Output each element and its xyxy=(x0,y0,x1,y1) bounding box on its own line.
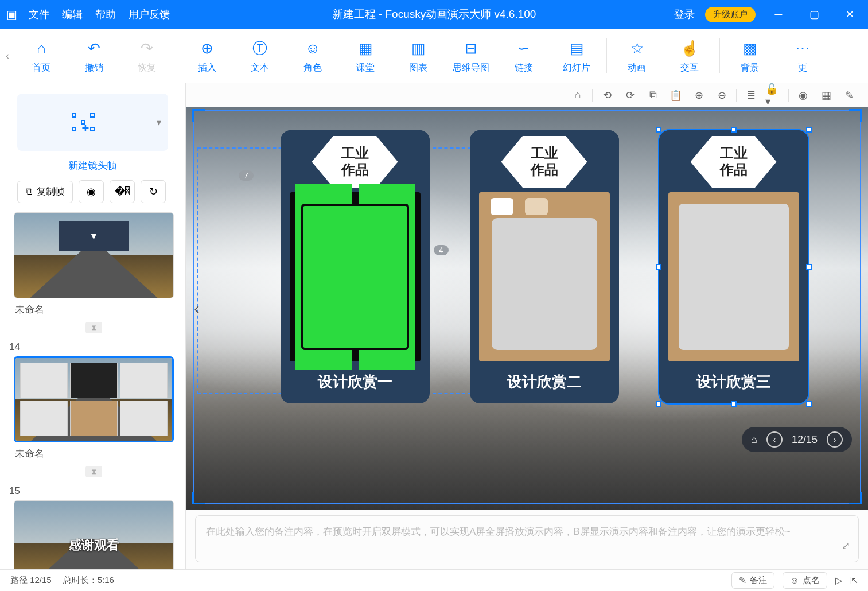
slide-list[interactable]: ▼ 未命名 ⧗ 14 未命名 ⧗ 15 感谢观看 xyxy=(0,212,185,569)
canvas-area: ⌂ ⟲ ⟳ ⧉ 📋 ⊕ ⊖ ≣ 🔓▾ ◉ ▦ ✎ 7 4 工业 作品 xyxy=(186,83,868,569)
note-icon: ✎ xyxy=(739,575,746,586)
text-icon: Ⓣ xyxy=(252,38,267,60)
toolbar-chart[interactable]: ▥图表 xyxy=(392,38,445,74)
toolbar-more[interactable]: ⋯更 xyxy=(776,38,829,74)
link-icon: ∽ xyxy=(517,38,530,60)
expand-icon[interactable]: ⤢ xyxy=(842,537,850,555)
login-link[interactable]: 登录 xyxy=(674,7,695,21)
edit-button[interactable]: ✎ xyxy=(840,87,858,104)
status-bar: 路径 12/15 总时长：5:16 ✎备注 ☺点名 ▷ ⇱ xyxy=(0,569,868,591)
canvas-home-button[interactable]: ⌂ xyxy=(569,87,586,104)
slide-icon: ▤ xyxy=(570,38,584,60)
paste-button[interactable]: 📋 xyxy=(667,87,684,104)
timer-chip[interactable]: ⧗ xyxy=(14,466,174,477)
touch-icon: ☝ xyxy=(680,38,699,60)
design-card[interactable]: 工业 作品 设计欣赏一 xyxy=(281,130,430,403)
refresh-button[interactable]: ↻ xyxy=(141,180,166,203)
refresh-icon: ↻ xyxy=(149,185,158,198)
notes-input[interactable]: 在此处输入您的备注内容，在预览时开启双屏模式，可以实现A屏全屏播放演示内容，B屏… xyxy=(195,515,859,562)
camera-button[interactable]: ◉ xyxy=(79,180,104,203)
toolbar-scroll-left[interactable]: ‹ xyxy=(0,29,15,83)
nav-home-icon[interactable]: ⌂ xyxy=(751,434,757,446)
slide-item[interactable]: 14 未命名 ⧗ xyxy=(14,341,174,477)
lock-button[interactable]: 🔓▾ xyxy=(765,87,783,104)
camera-icon: ◉ xyxy=(87,185,96,198)
notes-placeholder: 在此处输入您的备注内容，在预览时开启双屏模式，可以实现A屏全屏播放演示内容，B屏… xyxy=(206,526,791,537)
export-button[interactable]: ⇱ xyxy=(850,575,858,586)
close-button[interactable]: ✕ xyxy=(837,8,862,21)
zoom-out-button[interactable]: ⊖ xyxy=(713,87,730,104)
toolbar-mindmap[interactable]: ⊟思维导图 xyxy=(445,38,497,74)
menu-file[interactable]: 文件 xyxy=(29,7,49,21)
toolbar-home[interactable]: ⌂首页 xyxy=(15,38,68,74)
snapshot-button[interactable]: ◉ xyxy=(795,87,812,104)
status-duration: 总时长：5:16 xyxy=(63,575,114,586)
nav-next-button[interactable]: › xyxy=(827,431,843,448)
nav-counter: 12/15 xyxy=(792,434,818,446)
new-frame-dropdown[interactable]: ▾ xyxy=(149,105,168,139)
toolbar-link[interactable]: ∽链接 xyxy=(497,38,550,74)
new-frame-button[interactable]: + ▾ xyxy=(17,94,168,151)
toolbar-background[interactable]: ▩背景 xyxy=(723,38,776,74)
maximize-button[interactable]: ▢ xyxy=(801,8,827,21)
card-caption: 设计欣赏一 xyxy=(281,366,430,403)
card-caption: 设计欣赏三 xyxy=(659,366,808,403)
slide-item[interactable]: 15 感谢观看 xyxy=(14,485,174,569)
person-icon: ☺ xyxy=(790,576,799,586)
star-icon: ☆ xyxy=(630,38,644,60)
toolbar-animation[interactable]: ☆动画 xyxy=(610,38,663,74)
person-icon: ☺ xyxy=(305,38,321,60)
app-logo-icon: ▣ xyxy=(0,7,23,21)
menu-feedback[interactable]: 用户反馈 xyxy=(129,7,170,21)
card-image xyxy=(668,192,799,361)
toolbar-role[interactable]: ☺角色 xyxy=(286,38,339,74)
card-group: 工业 作品 设计欣赏一 工业 作品 设计欣赏二 工业 作品 设计欣赏三 xyxy=(255,130,834,403)
timer-chip[interactable]: ⧗ xyxy=(14,322,174,333)
layers-button[interactable]: ▦ xyxy=(818,87,835,104)
more-icon: ⋯ xyxy=(795,38,810,60)
design-card[interactable]: 工业 作品 设计欣赏二 xyxy=(470,130,619,403)
title-bar: ▣ 文件 编辑 帮助 用户反馈 新建工程 - Focusky动画演示大师 v4.… xyxy=(0,0,868,29)
main-menu: 文件 编辑 帮助 用户反馈 xyxy=(23,7,170,21)
toolbar-undo[interactable]: ↶撤销 xyxy=(68,38,120,74)
new-frame-label: 新建镜头帧 xyxy=(0,159,185,180)
menu-edit[interactable]: 编辑 xyxy=(62,7,83,21)
mindmap-icon: ⊟ xyxy=(465,38,477,60)
scan-button[interactable]: �〿 xyxy=(110,180,135,203)
toolbar: ‹ ⌂首页 ↶撤销 ↷恢复 ⊕插入 Ⓣ文本 ☺角色 ▦课堂 ▥图表 ⊟思维导图 … xyxy=(0,29,868,83)
background-icon: ▩ xyxy=(743,38,757,60)
nav-prev-button[interactable]: ‹ xyxy=(766,431,783,448)
upgrade-button[interactable]: 升级账户 xyxy=(705,7,756,22)
minimize-button[interactable]: ─ xyxy=(766,9,791,21)
toolbar-class[interactable]: ▦课堂 xyxy=(339,38,392,74)
rotate-left-button[interactable]: ⟲ xyxy=(598,87,616,104)
design-card[interactable]: 工业 作品 设计欣赏三 xyxy=(659,130,808,403)
toolbar-text[interactable]: Ⓣ文本 xyxy=(233,38,286,74)
rollcall-button[interactable]: ☺点名 xyxy=(783,572,827,589)
undo-icon: ↶ xyxy=(88,38,100,60)
toolbar-redo[interactable]: ↷恢复 xyxy=(120,38,173,74)
canvas-prev-arrow[interactable]: ‹ xyxy=(188,291,205,326)
redo-icon: ↷ xyxy=(141,38,153,60)
copy-icon: ⧉ xyxy=(26,186,32,197)
zoom-in-button[interactable]: ⊕ xyxy=(690,87,707,104)
rotate-right-button[interactable]: ⟳ xyxy=(621,87,639,104)
window-title: 新建工程 - Focusky动画演示大师 v4.6.100 xyxy=(332,7,536,22)
toolbar-interact[interactable]: ☝交互 xyxy=(663,38,716,74)
card-caption: 设计欣赏二 xyxy=(470,366,619,403)
copy-button[interactable]: ⧉ xyxy=(644,87,661,104)
card-image xyxy=(290,192,421,361)
home-icon: ⌂ xyxy=(37,38,46,60)
menu-help[interactable]: 帮助 xyxy=(95,7,116,21)
play-button[interactable]: ▷ xyxy=(835,575,842,586)
notes-toggle-button[interactable]: ✎备注 xyxy=(731,572,774,589)
canvas[interactable]: 7 4 工业 作品 设计欣赏一 工业 作品 设计欣赏二 工业 作品 设计欣赏三 xyxy=(186,107,868,510)
toolbar-slide[interactable]: ▤幻灯片 xyxy=(550,38,603,74)
card-title: 工业 作品 xyxy=(501,136,587,188)
align-button[interactable]: ≣ xyxy=(742,87,760,104)
card-title: 工业 作品 xyxy=(312,136,398,188)
slide-item[interactable]: ▼ 未命名 ⧗ xyxy=(14,212,174,333)
canvas-toolbar: ⌂ ⟲ ⟳ ⧉ 📋 ⊕ ⊖ ≣ 🔓▾ ◉ ▦ ✎ xyxy=(186,83,868,107)
copy-frame-button[interactable]: ⧉复制帧 xyxy=(17,181,73,203)
toolbar-insert[interactable]: ⊕插入 xyxy=(181,38,233,74)
